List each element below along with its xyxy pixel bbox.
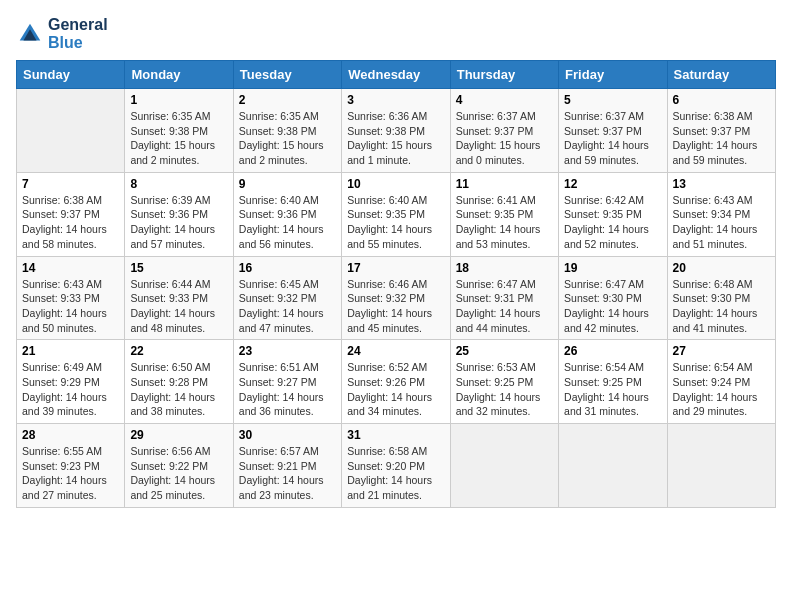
- day-info: Sunrise: 6:42 AM Sunset: 9:35 PM Dayligh…: [564, 193, 661, 252]
- calendar-cell: 23Sunrise: 6:51 AM Sunset: 9:27 PM Dayli…: [233, 340, 341, 424]
- calendar-cell: 1Sunrise: 6:35 AM Sunset: 9:38 PM Daylig…: [125, 89, 233, 173]
- day-info: Sunrise: 6:37 AM Sunset: 9:37 PM Dayligh…: [564, 109, 661, 168]
- day-number: 27: [673, 344, 770, 358]
- day-number: 17: [347, 261, 444, 275]
- logo-text: General Blue: [48, 16, 108, 52]
- day-number: 3: [347, 93, 444, 107]
- calendar-cell: [450, 424, 558, 508]
- day-number: 18: [456, 261, 553, 275]
- calendar-week-row: 28Sunrise: 6:55 AM Sunset: 9:23 PM Dayli…: [17, 424, 776, 508]
- day-number: 1: [130, 93, 227, 107]
- day-number: 9: [239, 177, 336, 191]
- calendar-cell: [559, 424, 667, 508]
- calendar-cell: 19Sunrise: 6:47 AM Sunset: 9:30 PM Dayli…: [559, 256, 667, 340]
- weekday-header-cell: Thursday: [450, 61, 558, 89]
- weekday-header-cell: Wednesday: [342, 61, 450, 89]
- day-info: Sunrise: 6:40 AM Sunset: 9:35 PM Dayligh…: [347, 193, 444, 252]
- day-info: Sunrise: 6:50 AM Sunset: 9:28 PM Dayligh…: [130, 360, 227, 419]
- calendar-cell: 31Sunrise: 6:58 AM Sunset: 9:20 PM Dayli…: [342, 424, 450, 508]
- day-number: 30: [239, 428, 336, 442]
- day-info: Sunrise: 6:51 AM Sunset: 9:27 PM Dayligh…: [239, 360, 336, 419]
- calendar-week-row: 1Sunrise: 6:35 AM Sunset: 9:38 PM Daylig…: [17, 89, 776, 173]
- calendar-cell: 18Sunrise: 6:47 AM Sunset: 9:31 PM Dayli…: [450, 256, 558, 340]
- calendar-cell: 24Sunrise: 6:52 AM Sunset: 9:26 PM Dayli…: [342, 340, 450, 424]
- weekday-header-row: SundayMondayTuesdayWednesdayThursdayFrid…: [17, 61, 776, 89]
- day-number: 14: [22, 261, 119, 275]
- day-number: 20: [673, 261, 770, 275]
- day-info: Sunrise: 6:45 AM Sunset: 9:32 PM Dayligh…: [239, 277, 336, 336]
- day-info: Sunrise: 6:56 AM Sunset: 9:22 PM Dayligh…: [130, 444, 227, 503]
- calendar-cell: 30Sunrise: 6:57 AM Sunset: 9:21 PM Dayli…: [233, 424, 341, 508]
- day-number: 13: [673, 177, 770, 191]
- day-info: Sunrise: 6:38 AM Sunset: 9:37 PM Dayligh…: [673, 109, 770, 168]
- day-info: Sunrise: 6:49 AM Sunset: 9:29 PM Dayligh…: [22, 360, 119, 419]
- calendar-cell: 25Sunrise: 6:53 AM Sunset: 9:25 PM Dayli…: [450, 340, 558, 424]
- day-number: 15: [130, 261, 227, 275]
- calendar-cell: 10Sunrise: 6:40 AM Sunset: 9:35 PM Dayli…: [342, 172, 450, 256]
- calendar-cell: 27Sunrise: 6:54 AM Sunset: 9:24 PM Dayli…: [667, 340, 775, 424]
- calendar-table: SundayMondayTuesdayWednesdayThursdayFrid…: [16, 60, 776, 508]
- day-info: Sunrise: 6:55 AM Sunset: 9:23 PM Dayligh…: [22, 444, 119, 503]
- calendar-cell: [17, 89, 125, 173]
- day-info: Sunrise: 6:35 AM Sunset: 9:38 PM Dayligh…: [239, 109, 336, 168]
- day-number: 7: [22, 177, 119, 191]
- day-info: Sunrise: 6:52 AM Sunset: 9:26 PM Dayligh…: [347, 360, 444, 419]
- day-number: 2: [239, 93, 336, 107]
- weekday-header-cell: Friday: [559, 61, 667, 89]
- calendar-cell: 22Sunrise: 6:50 AM Sunset: 9:28 PM Dayli…: [125, 340, 233, 424]
- day-number: 23: [239, 344, 336, 358]
- page-header: General Blue: [16, 16, 776, 52]
- day-number: 5: [564, 93, 661, 107]
- calendar-cell: 12Sunrise: 6:42 AM Sunset: 9:35 PM Dayli…: [559, 172, 667, 256]
- day-number: 11: [456, 177, 553, 191]
- calendar-cell: 2Sunrise: 6:35 AM Sunset: 9:38 PM Daylig…: [233, 89, 341, 173]
- day-number: 10: [347, 177, 444, 191]
- weekday-header-cell: Saturday: [667, 61, 775, 89]
- day-number: 8: [130, 177, 227, 191]
- calendar-cell: 4Sunrise: 6:37 AM Sunset: 9:37 PM Daylig…: [450, 89, 558, 173]
- day-number: 6: [673, 93, 770, 107]
- day-info: Sunrise: 6:46 AM Sunset: 9:32 PM Dayligh…: [347, 277, 444, 336]
- day-number: 21: [22, 344, 119, 358]
- day-number: 22: [130, 344, 227, 358]
- weekday-header-cell: Monday: [125, 61, 233, 89]
- logo-icon: [16, 20, 44, 48]
- day-info: Sunrise: 6:41 AM Sunset: 9:35 PM Dayligh…: [456, 193, 553, 252]
- calendar-cell: 17Sunrise: 6:46 AM Sunset: 9:32 PM Dayli…: [342, 256, 450, 340]
- day-info: Sunrise: 6:47 AM Sunset: 9:31 PM Dayligh…: [456, 277, 553, 336]
- calendar-week-row: 14Sunrise: 6:43 AM Sunset: 9:33 PM Dayli…: [17, 256, 776, 340]
- calendar-cell: 9Sunrise: 6:40 AM Sunset: 9:36 PM Daylig…: [233, 172, 341, 256]
- calendar-cell: 21Sunrise: 6:49 AM Sunset: 9:29 PM Dayli…: [17, 340, 125, 424]
- calendar-cell: 16Sunrise: 6:45 AM Sunset: 9:32 PM Dayli…: [233, 256, 341, 340]
- day-number: 12: [564, 177, 661, 191]
- calendar-cell: 29Sunrise: 6:56 AM Sunset: 9:22 PM Dayli…: [125, 424, 233, 508]
- day-info: Sunrise: 6:35 AM Sunset: 9:38 PM Dayligh…: [130, 109, 227, 168]
- day-number: 31: [347, 428, 444, 442]
- day-number: 16: [239, 261, 336, 275]
- day-info: Sunrise: 6:58 AM Sunset: 9:20 PM Dayligh…: [347, 444, 444, 503]
- calendar-week-row: 7Sunrise: 6:38 AM Sunset: 9:37 PM Daylig…: [17, 172, 776, 256]
- calendar-cell: [667, 424, 775, 508]
- calendar-cell: 11Sunrise: 6:41 AM Sunset: 9:35 PM Dayli…: [450, 172, 558, 256]
- calendar-cell: 15Sunrise: 6:44 AM Sunset: 9:33 PM Dayli…: [125, 256, 233, 340]
- day-info: Sunrise: 6:44 AM Sunset: 9:33 PM Dayligh…: [130, 277, 227, 336]
- day-info: Sunrise: 6:57 AM Sunset: 9:21 PM Dayligh…: [239, 444, 336, 503]
- day-info: Sunrise: 6:40 AM Sunset: 9:36 PM Dayligh…: [239, 193, 336, 252]
- day-info: Sunrise: 6:38 AM Sunset: 9:37 PM Dayligh…: [22, 193, 119, 252]
- day-info: Sunrise: 6:54 AM Sunset: 9:24 PM Dayligh…: [673, 360, 770, 419]
- calendar-cell: 14Sunrise: 6:43 AM Sunset: 9:33 PM Dayli…: [17, 256, 125, 340]
- calendar-cell: 13Sunrise: 6:43 AM Sunset: 9:34 PM Dayli…: [667, 172, 775, 256]
- calendar-cell: 26Sunrise: 6:54 AM Sunset: 9:25 PM Dayli…: [559, 340, 667, 424]
- calendar-cell: 5Sunrise: 6:37 AM Sunset: 9:37 PM Daylig…: [559, 89, 667, 173]
- calendar-cell: 8Sunrise: 6:39 AM Sunset: 9:36 PM Daylig…: [125, 172, 233, 256]
- day-info: Sunrise: 6:47 AM Sunset: 9:30 PM Dayligh…: [564, 277, 661, 336]
- calendar-cell: 6Sunrise: 6:38 AM Sunset: 9:37 PM Daylig…: [667, 89, 775, 173]
- calendar-body: 1Sunrise: 6:35 AM Sunset: 9:38 PM Daylig…: [17, 89, 776, 508]
- day-info: Sunrise: 6:37 AM Sunset: 9:37 PM Dayligh…: [456, 109, 553, 168]
- day-info: Sunrise: 6:54 AM Sunset: 9:25 PM Dayligh…: [564, 360, 661, 419]
- day-number: 28: [22, 428, 119, 442]
- calendar-cell: 3Sunrise: 6:36 AM Sunset: 9:38 PM Daylig…: [342, 89, 450, 173]
- weekday-header-cell: Sunday: [17, 61, 125, 89]
- day-number: 4: [456, 93, 553, 107]
- day-info: Sunrise: 6:43 AM Sunset: 9:34 PM Dayligh…: [673, 193, 770, 252]
